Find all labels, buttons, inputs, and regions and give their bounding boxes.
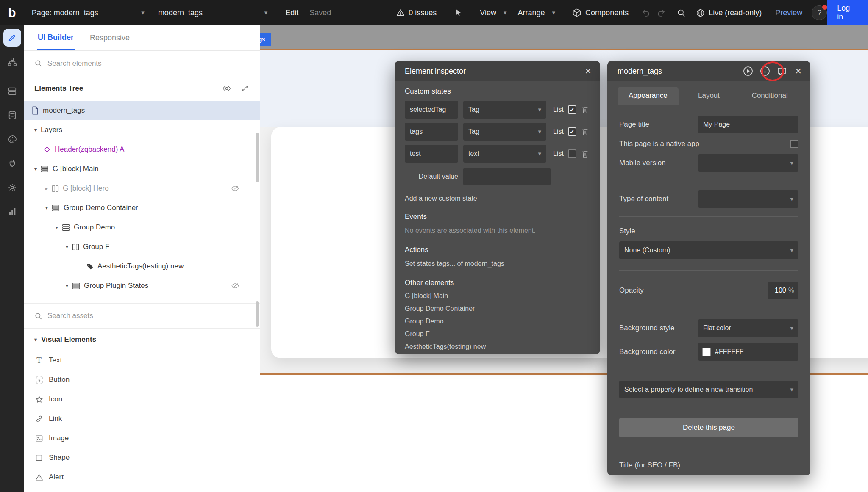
tree-row-group-demo-container[interactable]: ▾ Group Demo Container xyxy=(24,198,260,218)
tree-row-group-plugin-states[interactable]: ▾ Group Plugin States xyxy=(24,276,260,296)
edit-menu[interactable]: Edit xyxy=(285,8,298,17)
collapse-triangle-icon[interactable]: ▾ xyxy=(45,205,52,211)
expand-icon[interactable] xyxy=(241,85,249,92)
default-value-input[interactable] xyxy=(463,168,551,185)
collapse-triangle-icon[interactable]: ▾ xyxy=(56,224,62,230)
view-menu[interactable]: View ▾ xyxy=(480,8,506,17)
tree-row-page[interactable]: modern_tags xyxy=(24,101,260,120)
tree-row-gblock-main[interactable]: ▾ G [block] Main xyxy=(24,159,260,179)
hidden-eye-icon[interactable] xyxy=(231,282,239,289)
expand-triangle-icon[interactable]: ▸ xyxy=(45,185,52,191)
tab-conditional[interactable]: Conditional xyxy=(739,87,800,105)
delete-page-button[interactable]: Delete this page xyxy=(619,418,798,437)
search-button[interactable] xyxy=(677,8,686,17)
style-dropdown[interactable]: None (Custom) ▾ xyxy=(619,241,798,259)
issues-indicator[interactable]: 0 issues xyxy=(396,8,437,17)
close-icon[interactable]: ✕ xyxy=(795,66,802,76)
list-checkbox[interactable]: ✓ xyxy=(568,105,576,114)
tree-row-header-reusable[interactable]: Header(zqbackend) A xyxy=(24,140,260,159)
workflow-tab[interactable] xyxy=(0,50,24,74)
design-tab[interactable] xyxy=(0,25,24,50)
collapse-triangle-icon[interactable]: ▾ xyxy=(66,244,72,250)
tree-row-aesthetic-tags[interactable]: AestheticTags(testing) new xyxy=(24,257,260,276)
palette-item-shape[interactable]: Shape xyxy=(24,448,260,467)
visual-elements-header[interactable]: ▾ Visual Elements xyxy=(24,329,260,351)
tab-ui-builder[interactable]: UI Builder xyxy=(37,26,75,50)
redo-button[interactable] xyxy=(657,8,666,17)
collapse-triangle-icon[interactable]: ▾ xyxy=(34,127,41,133)
styles-tab[interactable] xyxy=(0,127,24,151)
mobile-version-dropdown[interactable]: ▾ xyxy=(698,154,798,172)
page-title-input[interactable] xyxy=(698,116,798,133)
list-checkbox[interactable]: ✓ xyxy=(568,127,576,136)
tree-scrollbar[interactable] xyxy=(256,133,259,182)
search-assets-input[interactable] xyxy=(47,312,225,320)
state-type-dropdown[interactable]: text ▾ xyxy=(463,145,546,163)
add-custom-state-link[interactable]: Add a new custom state xyxy=(405,195,590,202)
native-app-checkbox[interactable] xyxy=(790,140,798,148)
collapse-triangle-icon[interactable]: ▾ xyxy=(34,166,41,172)
state-name-input[interactable] xyxy=(405,145,458,163)
plugins-tab[interactable] xyxy=(0,151,24,175)
palette-item-button[interactable]: Button xyxy=(24,370,260,390)
tree-row-group-demo[interactable]: ▾ Group Demo xyxy=(24,218,260,237)
state-type-dropdown[interactable]: Tag ▾ xyxy=(463,101,546,119)
other-element-item[interactable]: Group F xyxy=(405,330,590,338)
pages-tab[interactable] xyxy=(0,79,24,103)
other-element-item[interactable]: Group Demo xyxy=(405,318,590,325)
assets-scrollbar[interactable] xyxy=(256,301,259,327)
opacity-input[interactable]: 100 % xyxy=(768,282,798,299)
tree-row-group-f[interactable]: ▾ Group F xyxy=(24,237,260,257)
transition-dropdown[interactable]: Select a property to define a new transi… xyxy=(619,381,798,398)
type-of-content-dropdown[interactable]: ▾ xyxy=(698,190,798,208)
other-element-item[interactable]: AestheticTags(testing) new xyxy=(405,343,590,351)
tree-row-gblock-hero[interactable]: ▸ G [block] Hero xyxy=(24,179,260,198)
tab-appearance[interactable]: Appearance xyxy=(618,87,679,105)
selected-element-badge[interactable]: modern_tags xyxy=(260,33,271,46)
palette-item-image[interactable]: Image xyxy=(24,428,260,448)
action-item[interactable]: Set states tags... of modern_tags xyxy=(405,260,590,268)
trash-icon[interactable] xyxy=(581,150,589,158)
page-selector-dropdown[interactable]: Page: modern_tags ▾ xyxy=(24,0,150,25)
palette-item-link[interactable]: Link xyxy=(24,409,260,428)
state-name-input[interactable] xyxy=(405,101,458,119)
color-swatch[interactable] xyxy=(702,348,711,356)
hidden-eye-icon[interactable] xyxy=(231,185,239,192)
play-icon[interactable] xyxy=(743,66,753,76)
globe-icon xyxy=(696,8,705,17)
cursor-tool[interactable] xyxy=(454,8,463,17)
background-style-dropdown[interactable]: Flat color ▾ xyxy=(698,319,798,337)
list-checkbox[interactable] xyxy=(568,149,576,158)
other-element-item[interactable]: G [block] Main xyxy=(405,292,590,300)
login-button[interactable]: Log in xyxy=(827,0,868,25)
settings-tab[interactable] xyxy=(0,175,24,199)
palette-item-icon[interactable]: Icon xyxy=(24,390,260,409)
search-elements-input[interactable] xyxy=(47,59,225,68)
palette-item-alert[interactable]: Alert xyxy=(24,467,260,487)
undo-button[interactable] xyxy=(641,8,651,17)
element-selector-dropdown[interactable]: modern_tags ▾ xyxy=(150,0,273,25)
help-button[interactable]: ? xyxy=(812,5,827,20)
logs-tab[interactable] xyxy=(0,199,24,224)
arrange-menu[interactable]: Arrange ▾ xyxy=(518,8,556,17)
close-icon[interactable]: ✕ xyxy=(584,66,592,76)
columns-group-icon xyxy=(72,243,79,251)
tab-responsive[interactable]: Responsive xyxy=(90,33,130,42)
background-color-input[interactable]: #FFFFFF xyxy=(698,343,798,361)
components-button[interactable]: Components xyxy=(572,8,629,17)
trash-icon[interactable] xyxy=(581,106,589,114)
tree-row-layers[interactable]: ▾ Layers xyxy=(24,120,260,140)
other-element-item[interactable]: Group Demo Container xyxy=(405,305,590,312)
palette-item-text[interactable]: T Text xyxy=(24,351,260,370)
palette-item-video[interactable]: Video xyxy=(24,487,260,492)
data-tab[interactable] xyxy=(0,103,24,127)
eye-icon[interactable] xyxy=(223,84,231,93)
tab-layout[interactable]: Layout xyxy=(679,87,740,105)
live-version-selector[interactable]: Live (read-only) xyxy=(696,8,762,17)
element-inspector-header[interactable]: Element inspector ✕ xyxy=(395,61,600,81)
state-name-input[interactable] xyxy=(405,123,458,141)
trash-icon[interactable] xyxy=(581,128,589,136)
collapse-triangle-icon[interactable]: ▾ xyxy=(66,283,72,289)
preview-button[interactable]: Preview xyxy=(775,8,802,17)
state-type-dropdown[interactable]: Tag ▾ xyxy=(463,123,546,141)
